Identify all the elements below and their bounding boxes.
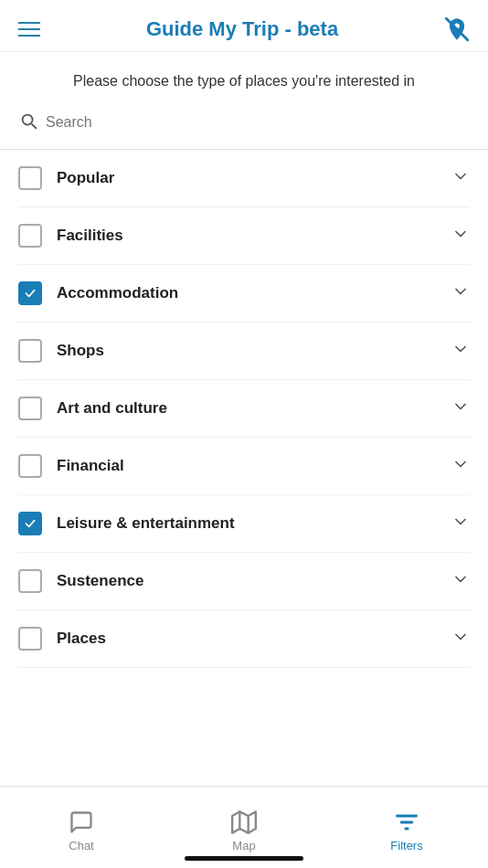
chevron-icon-financial <box>451 455 470 477</box>
chevron-icon-shops <box>451 340 470 362</box>
category-label-art-culture: Art and culture <box>57 399 437 418</box>
category-list: PopularFacilitiesAccommodationShopsArt a… <box>0 150 488 668</box>
checkbox-popular[interactable] <box>18 166 42 190</box>
category-label-facilities: Facilities <box>57 227 437 245</box>
category-label-sustenence: Sustenence <box>57 572 437 590</box>
category-item-financial[interactable]: Financial <box>18 438 470 495</box>
checkbox-accommodation[interactable] <box>18 281 42 305</box>
chevron-icon-sustenence <box>451 570 470 592</box>
notification-icon[interactable] <box>444 16 470 42</box>
search-input[interactable] <box>46 114 470 131</box>
app-title: Guide My Trip - beta <box>146 17 338 41</box>
checkbox-places[interactable] <box>18 627 42 651</box>
checkbox-art-culture[interactable] <box>18 397 42 420</box>
chevron-icon-places <box>451 628 470 650</box>
chevron-icon-accommodation <box>451 282 470 304</box>
category-item-art-culture[interactable]: Art and culture <box>18 380 470 438</box>
checkbox-shops[interactable] <box>18 339 42 363</box>
search-bar <box>0 103 488 149</box>
nav-label-filters: Filters <box>390 839 422 852</box>
category-label-shops: Shops <box>57 342 437 360</box>
category-item-places[interactable]: Places <box>18 610 470 668</box>
category-item-facilities[interactable]: Facilities <box>18 207 470 265</box>
hamburger-menu-icon[interactable] <box>18 22 40 37</box>
category-item-popular[interactable]: Popular <box>18 150 470 207</box>
chevron-icon-facilities <box>451 225 470 247</box>
checkbox-facilities[interactable] <box>18 224 42 248</box>
category-item-leisure[interactable]: Leisure & entertainment <box>18 495 470 553</box>
category-label-financial: Financial <box>57 457 437 475</box>
category-label-popular: Popular <box>57 169 437 187</box>
category-label-leisure: Leisure & entertainment <box>57 514 437 533</box>
checkbox-sustenence[interactable] <box>18 569 42 593</box>
search-icon <box>18 111 38 134</box>
category-label-accommodation: Accommodation <box>57 284 437 302</box>
app-header: Guide My Trip - beta <box>0 0 488 52</box>
nav-label-chat: Chat <box>69 839 93 852</box>
chevron-icon-popular <box>451 167 470 189</box>
page-subtitle: Please choose the type of places you're … <box>0 52 488 103</box>
home-indicator <box>185 856 303 861</box>
category-item-shops[interactable]: Shops <box>18 323 470 380</box>
checkbox-financial[interactable] <box>18 454 42 478</box>
category-item-sustenence[interactable]: Sustenence <box>18 553 470 610</box>
category-label-places: Places <box>57 630 437 648</box>
checkbox-leisure[interactable] <box>18 512 42 535</box>
chevron-icon-leisure <box>451 513 470 535</box>
nav-item-filters[interactable]: Filters <box>325 802 488 852</box>
nav-item-map[interactable]: Map <box>163 802 325 852</box>
category-item-accommodation[interactable]: Accommodation <box>18 265 470 323</box>
nav-label-map: Map <box>232 839 255 852</box>
chevron-icon-art-culture <box>451 397 470 419</box>
nav-item-chat[interactable]: Chat <box>0 802 163 852</box>
